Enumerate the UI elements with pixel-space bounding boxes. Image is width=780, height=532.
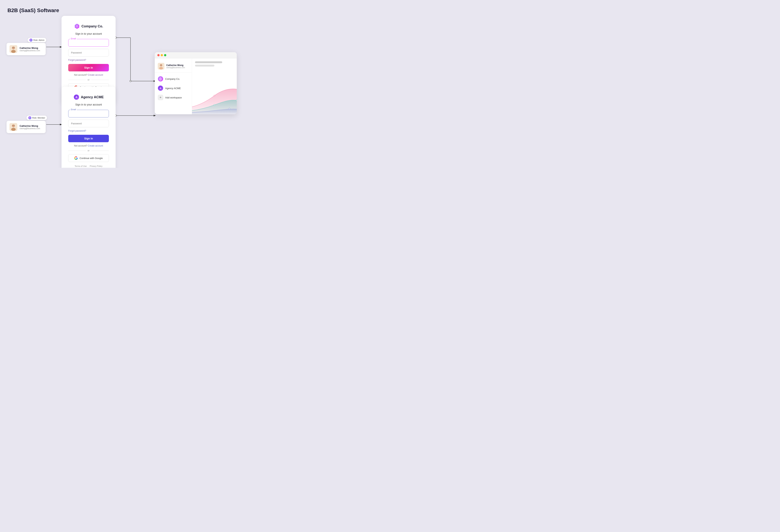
svg-point-8 [130, 80, 131, 82]
window-main-content [192, 58, 237, 114]
signin-button-bottom[interactable]: Sign in [68, 135, 109, 142]
svg-point-19 [30, 117, 30, 117]
user-info-bottom: Catherine Wong cwong@business.com [19, 125, 43, 130]
sidebar-avatar [158, 63, 164, 69]
svg-text:A: A [159, 87, 161, 90]
password-input-bottom[interactable] [68, 120, 109, 127]
svg-point-41 [229, 108, 230, 109]
role-icon [30, 39, 33, 42]
agency-password-group [68, 120, 109, 127]
svg-point-24 [13, 125, 13, 126]
svg-text:A: A [76, 96, 78, 99]
email-input-top[interactable] [68, 39, 109, 47]
svg-point-14 [11, 50, 16, 53]
maximize-btn[interactable] [164, 54, 166, 56]
svg-point-17 [14, 47, 14, 48]
user-email-top: cwong@business.com [19, 49, 43, 52]
google-btn-bottom[interactable]: Continue with Google [68, 154, 109, 162]
svg-point-33 [161, 65, 162, 65]
agency-signin-subtitle: Sign in to your account [68, 103, 109, 106]
svg-point-34 [159, 67, 163, 69]
terms-bottom[interactable]: Terms of Use [75, 165, 87, 167]
add-workspace-icon: + [158, 95, 163, 100]
privacy-bottom[interactable]: Privacy Policy [90, 165, 102, 167]
divider-top: or [68, 79, 109, 81]
google-btn-bottom-label: Continue with Google [80, 157, 103, 159]
no-account-bottom: Not account? Create account [68, 144, 109, 147]
avatar-top [9, 45, 17, 53]
user-info-top: Catherine Wong cwong@business.com [19, 47, 43, 52]
close-btn[interactable] [157, 54, 159, 56]
user-card-bottom: Catherine Wong cwong@business.com [6, 121, 46, 133]
card-footer-bottom: Terms of Use Privacy Policy [68, 165, 109, 167]
no-account-top: Not account? Create account [68, 74, 109, 76]
chart-area [192, 85, 237, 114]
forgot-password-top[interactable]: Forgot password? [68, 59, 109, 61]
workspace-company[interactable]: Company Co. [155, 74, 192, 84]
svg-point-18 [29, 117, 31, 118]
role-admin-label: Role: Admin [33, 39, 44, 41]
sidebar-user-email: cwong@business.com [166, 66, 185, 68]
company-signin-subtitle: Sign in to your account [68, 32, 109, 35]
create-account-bottom[interactable]: Create account [88, 144, 103, 147]
sidebar-user-name: Catherine Wong [166, 64, 185, 66]
sidebar-user: Catherine Wong cwong@business.com [155, 61, 192, 73]
avatar-bottom [9, 123, 17, 131]
dashboard-window: Catherine Wong cwong@business.com [155, 52, 237, 114]
svg-point-16 [13, 47, 13, 48]
forgot-password-bottom[interactable]: Forgot password? [68, 130, 109, 132]
svg-point-15 [12, 47, 15, 49]
workspace-agency[interactable]: A Agency ACME [155, 84, 192, 93]
svg-point-23 [12, 125, 15, 127]
window-titlebar [155, 52, 237, 58]
agency-logo-text: Agency ACME [81, 95, 104, 99]
add-workspace-item[interactable]: + Add workspace [155, 93, 192, 102]
svg-point-11 [31, 40, 31, 40]
svg-point-42 [236, 100, 237, 101]
agency-email-group: Email [68, 110, 109, 117]
user-name-top: Catherine Wong [19, 47, 43, 49]
svg-point-22 [11, 128, 16, 131]
role-badge-member: Role: Member [27, 115, 47, 120]
window-sidebar: Catherine Wong cwong@business.com [155, 58, 192, 114]
login-card-agency: A Agency ACME Sign in to your account Em… [61, 87, 115, 168]
password-input-top[interactable] [68, 49, 109, 56]
role-badge-admin: Role: Admin [28, 38, 46, 42]
user-email-bottom: cwong@business.com [19, 127, 43, 130]
email-label-bottom: Email [70, 108, 77, 110]
user-name-bottom: Catherine Wong [19, 125, 43, 127]
company-logo-text: Company Co. [82, 25, 103, 28]
minimize-btn[interactable] [161, 54, 163, 56]
create-account-top[interactable]: Create account [88, 74, 103, 76]
window-body: Catherine Wong cwong@business.com [155, 58, 237, 114]
sidebar-user-info: Catherine Wong cwong@business.com [166, 64, 185, 68]
svg-point-39 [214, 95, 215, 96]
email-label-top: Email [70, 38, 77, 40]
skeleton-1 [195, 61, 222, 63]
signin-button-top[interactable]: Sign in [68, 64, 109, 71]
company-password-group [68, 49, 109, 56]
agency-logo: A Agency ACME [68, 94, 109, 100]
workspace-company-name: Company Co. [165, 78, 180, 80]
workspace-agency-name: Agency ACME [165, 87, 181, 90]
svg-point-32 [160, 65, 161, 65]
user-card-top: Catherine Wong cwong@business.com [6, 43, 46, 55]
company-email-group: Email [68, 39, 109, 47]
add-workspace-label: Add workspace [165, 96, 182, 99]
svg-point-25 [14, 125, 14, 126]
role-icon-member [28, 116, 31, 119]
company-logo: Company Co. [68, 23, 109, 29]
svg-point-10 [30, 39, 32, 41]
skeleton-2 [195, 65, 214, 66]
svg-point-40 [214, 104, 215, 105]
role-member-label: Role: Member [32, 117, 45, 119]
divider-bottom: or [68, 149, 109, 152]
page-title: B2B (SaaS) Software [7, 7, 59, 13]
email-input-bottom[interactable] [68, 110, 109, 117]
svg-point-31 [160, 64, 162, 66]
